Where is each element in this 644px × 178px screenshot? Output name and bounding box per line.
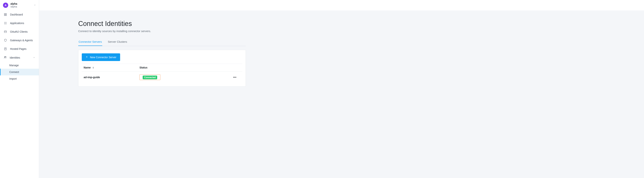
apps-icon [4, 22, 7, 25]
page-subtitle: Connect to identity sources by installin… [78, 30, 246, 33]
sidebar-sub-connect[interactable]: Connect [0, 69, 39, 75]
status-badge: Connected [143, 76, 157, 79]
sidebar-sub-import[interactable]: Import [0, 75, 39, 82]
svg-point-7 [4, 23, 5, 24]
svg-rect-2 [4, 15, 5, 16]
shield-icon [4, 39, 7, 42]
table-header: Name ▲▼ Status [82, 64, 242, 71]
sidebar-item-label: OAuth2 Clients [10, 30, 28, 33]
sidebar-item-label: Identities [10, 56, 20, 59]
svg-point-11 [5, 24, 6, 24]
svg-point-8 [5, 23, 6, 24]
svg-point-5 [5, 22, 6, 23]
svg-point-9 [6, 23, 6, 24]
svg-rect-13 [4, 31, 6, 33]
status-highlight: Connected [140, 74, 160, 80]
chevron-down-icon [34, 4, 36, 7]
sidebar-item-label: Dashboard [10, 13, 23, 16]
sidebar-item-applications[interactable]: Applications [0, 19, 39, 28]
row-actions-button[interactable]: ••• [229, 76, 240, 79]
page-title: Connect Identities [78, 20, 246, 28]
sidebar-item-hosted-pages[interactable]: Hosted Pages [0, 45, 39, 53]
sidebar-item-identities[interactable]: Identities [0, 53, 39, 62]
more-icon: ••• [233, 76, 236, 79]
sidebar-sub-manage[interactable]: Manage [0, 62, 39, 69]
new-connector-button[interactable]: New Connector Server [82, 53, 120, 61]
sidebar: A alpha /alpha Dashboard Applications [0, 0, 39, 178]
svg-point-10 [4, 24, 5, 24]
sidebar-item-oauth2[interactable]: OAuth2 Clients [0, 28, 39, 36]
svg-rect-0 [4, 14, 5, 14]
sidebar-item-label: Gateways & Agents [10, 39, 33, 42]
org-switcher[interactable]: A alpha /alpha [0, 0, 39, 10]
dashboard-icon [4, 13, 7, 16]
svg-rect-3 [6, 15, 6, 16]
tabs: Connector Servers Server Clusters [78, 38, 246, 46]
connector-card: New Connector Server Name ▲▼ Status [78, 50, 246, 87]
tab-server-clusters[interactable]: Server Clusters [108, 38, 128, 46]
column-status: Status [140, 66, 229, 69]
svg-rect-1 [6, 14, 6, 14]
main-content: Connect Identities Connect to identity s… [39, 11, 644, 178]
row-name: ad-imp-guide [84, 76, 140, 79]
sidebar-sub-label: Manage [9, 64, 19, 67]
table-row[interactable]: ad-imp-guide Connected ••• [82, 71, 242, 83]
svg-point-12 [6, 24, 6, 24]
column-label: Name [84, 66, 91, 69]
svg-point-6 [6, 22, 6, 23]
org-name: alpha [10, 2, 32, 5]
button-label: New Connector Server [90, 56, 116, 59]
svg-point-4 [4, 22, 5, 23]
sidebar-item-label: Applications [10, 22, 24, 25]
sidebar-sub-label: Import [9, 77, 17, 80]
sidebar-sub-label: Connect [9, 71, 19, 74]
column-name[interactable]: Name ▲▼ [84, 66, 140, 69]
tab-label: Connector Servers [78, 40, 102, 43]
svg-point-19 [6, 56, 6, 57]
page-icon [4, 47, 7, 51]
svg-point-18 [4, 56, 5, 57]
sidebar-item-gateways[interactable]: Gateways & Agents [0, 36, 39, 45]
tab-connector-servers[interactable]: Connector Servers [78, 38, 102, 46]
org-path: /alpha [10, 5, 32, 8]
users-icon [4, 56, 7, 59]
tab-label: Server Clusters [108, 40, 127, 43]
org-avatar: A [3, 3, 8, 8]
sidebar-item-dashboard[interactable]: Dashboard [0, 10, 39, 19]
sidebar-item-label: Hosted Pages [10, 47, 26, 50]
plus-icon [86, 56, 88, 59]
connectors-table: Name ▲▼ Status ad-imp-guide Connected [82, 64, 242, 83]
chevron-up-icon [33, 56, 35, 59]
column-label: Status [140, 66, 148, 69]
window-icon [4, 30, 7, 33]
sort-icon: ▲▼ [92, 66, 94, 69]
